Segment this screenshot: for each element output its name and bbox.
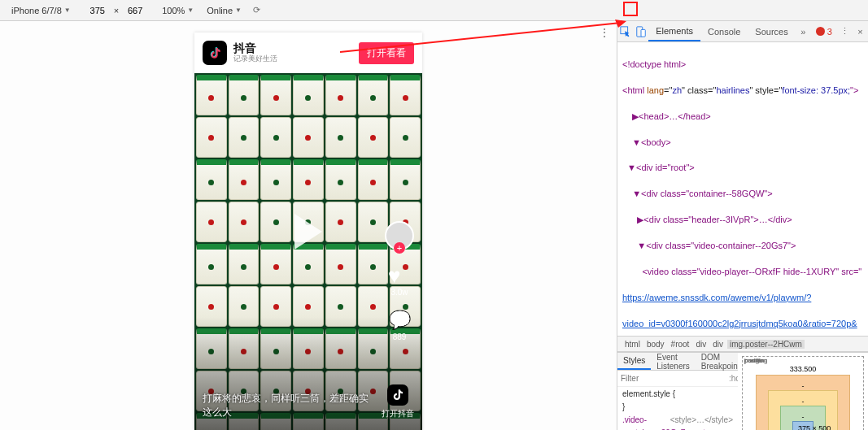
- css-rules[interactable]: element.style { } .video- <style>…</styl…: [617, 387, 738, 430]
- brand-tagline: 记录美好生活: [233, 55, 352, 63]
- open-see-button[interactable]: 打开看看: [359, 42, 414, 64]
- inspect-icon[interactable]: [617, 22, 633, 41]
- dom-tree[interactable]: <!doctype html> <html lang="zh" class="h…: [617, 42, 868, 336]
- device-mode-icon[interactable]: [633, 22, 648, 41]
- tab-sources[interactable]: Sources: [748, 21, 795, 41]
- more-tabs-icon[interactable]: »: [796, 22, 811, 41]
- douyin-logo-icon: [203, 41, 227, 65]
- height-input[interactable]: [121, 6, 149, 15]
- device-viewport-pane: ⋮ 抖音记录美好生活 打开看看: [0, 21, 617, 430]
- devtools-menu-icon[interactable]: ⋮: [837, 22, 853, 41]
- width-input[interactable]: [84, 6, 111, 15]
- play-icon[interactable]: [294, 214, 322, 250]
- comment-count: 889: [393, 332, 407, 341]
- network-select[interactable]: Online▼: [200, 6, 248, 15]
- action-rail: 3.0w 889: [385, 221, 414, 341]
- tab-console[interactable]: Console: [700, 21, 748, 41]
- author-avatar[interactable]: [385, 221, 414, 250]
- brand-title: 抖音: [233, 42, 352, 54]
- tab-styles[interactable]: Styles: [617, 353, 651, 370]
- douyin-mini-logo-icon: [387, 384, 408, 406]
- app-header: 抖音记录美好生活 打开看看: [194, 33, 422, 73]
- box-model[interactable]: position333.500 margin- border- padding-…: [738, 353, 868, 430]
- styles-pane: Styles Event Listeners DOM Breakpoints P…: [617, 353, 738, 430]
- tab-event-listeners[interactable]: Event Listeners: [651, 353, 696, 370]
- device-select[interactable]: iPhone 6/7/8▼: [5, 6, 77, 15]
- breadcrumb[interactable]: htmlbody#rootdivdivimg.poster--2HCwm: [617, 336, 868, 352]
- error-badge[interactable]: 3: [811, 27, 837, 37]
- viewport-menu-icon[interactable]: ⋮: [599, 26, 610, 39]
- svg-rect-4: [641, 29, 645, 37]
- device-toolbar: iPhone 6/7/8▼ × 100%▼ Online▼ ⟳: [0, 0, 868, 21]
- open-app-corner[interactable]: 打开抖音: [382, 384, 414, 419]
- like-count: 3.0w: [390, 288, 408, 297]
- zoom-select[interactable]: 100%▼: [155, 6, 200, 15]
- devtools-tabs: Elements Console Sources » 3 ⋮ ×: [617, 21, 868, 42]
- styles-filter-input[interactable]: [621, 374, 724, 383]
- mobile-preview[interactable]: 抖音记录美好生活 打开看看 3.: [194, 33, 422, 430]
- video-caption: 打麻将的悲哀，同样听三筒，差距确实这么大: [203, 392, 373, 419]
- close-icon[interactable]: ×: [853, 22, 868, 41]
- viewport-dims: ×: [77, 6, 155, 15]
- rotate-icon[interactable]: ⟳: [248, 5, 265, 15]
- like-icon[interactable]: [388, 263, 411, 286]
- tab-elements[interactable]: Elements: [648, 21, 700, 41]
- comment-icon[interactable]: [389, 310, 411, 331]
- devtools-pane: Elements Console Sources » 3 ⋮ × <!docty…: [617, 21, 868, 430]
